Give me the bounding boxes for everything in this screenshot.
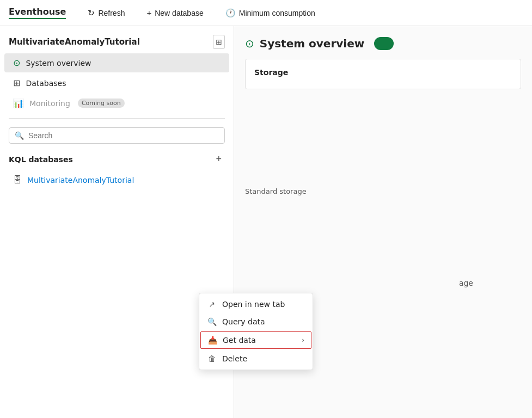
kql-section-header: KQL databases +: [0, 148, 234, 170]
ctx-get-data[interactable]: 📥 Get data ›: [200, 331, 311, 349]
clock-icon: 🕐: [225, 8, 236, 18]
system-overview-icon: ⊙: [13, 58, 20, 68]
db-item-multivariate[interactable]: 🗄 MultivariateAnomalyTutorial: [0, 170, 234, 189]
storage-card: Storage: [245, 59, 521, 89]
databases-icon: ⊞: [13, 78, 20, 88]
app-title: Eventhouse: [9, 7, 66, 19]
ctx-query-data[interactable]: 🔍 Query data: [199, 313, 313, 330]
get-data-arrow: ›: [302, 336, 304, 344]
content-header-icon: ⊙: [245, 37, 254, 50]
ctx-delete[interactable]: 🗑 Delete: [199, 350, 313, 367]
monitoring-icon: 📊: [13, 98, 24, 108]
nav-item-monitoring: 📊 Monitoring Coming soon: [4, 94, 229, 113]
nav-item-databases[interactable]: ⊞ Databases: [4, 73, 229, 93]
divider-1: [9, 118, 225, 119]
refresh-icon: ↻: [88, 8, 95, 18]
refresh-button[interactable]: ↻ Refresh: [83, 6, 129, 20]
nav-item-system-overview[interactable]: ⊙ System overview: [4, 53, 229, 72]
query-data-icon: 🔍: [207, 317, 217, 326]
get-data-icon: 📥: [207, 336, 217, 345]
workspace-title: MultivariateAnomalyTutorial: [9, 37, 140, 47]
standard-storage-label: Standard storage: [245, 187, 521, 195]
coming-soon-badge: Coming soon: [78, 99, 125, 108]
content-title: System overview: [260, 37, 364, 50]
add-kql-database-button[interactable]: +: [212, 152, 225, 166]
expand-button[interactable]: ⊞: [213, 35, 225, 49]
plus-icon: +: [146, 8, 151, 17]
minimum-consumption-button[interactable]: 🕐 Minimum consumption: [221, 6, 320, 20]
open-new-tab-icon: ↗: [207, 300, 217, 309]
sidebar: MultivariateAnomalyTutorial ⊞ ⊙ System o…: [0, 26, 234, 418]
ctx-open-new-tab[interactable]: ↗ Open in new tab: [199, 296, 313, 313]
new-database-button[interactable]: + New database: [142, 6, 207, 20]
search-icon: 🔍: [15, 131, 24, 140]
age-text: age: [459, 279, 473, 287]
search-input[interactable]: [28, 131, 219, 140]
kql-section-title: KQL databases: [9, 155, 73, 164]
sidebar-header: MultivariateAnomalyTutorial ⊞: [0, 26, 234, 53]
search-box[interactable]: 🔍: [9, 127, 225, 144]
database-icon: 🗄: [13, 175, 22, 185]
delete-icon: 🗑: [207, 354, 217, 363]
context-menu: ↗ Open in new tab 🔍 Query data 📥 Get dat…: [199, 293, 313, 370]
toggle-switch[interactable]: [374, 37, 394, 50]
storage-row: Storage: [254, 68, 512, 77]
storage-label: Storage: [254, 68, 298, 77]
content-header: ⊙ System overview: [245, 37, 521, 50]
